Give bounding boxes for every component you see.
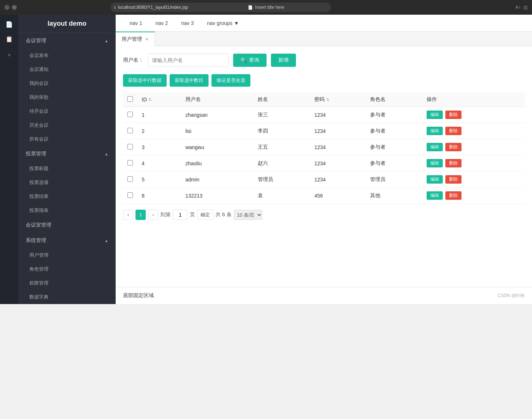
sidebar-section-meetings[interactable]: 会议管理 ▲ — [18, 33, 116, 48]
top-nav-dropdown[interactable]: nav groups ▼ — [200, 15, 246, 32]
row-checkbox-4[interactable] — [127, 176, 133, 182]
edit-button-5[interactable]: 编辑 — [427, 191, 443, 200]
sidebar-item-all-meetings[interactable]: 所有会议 — [18, 132, 116, 146]
sidebar-item-data-dictionary[interactable]: 数据字典 — [18, 290, 116, 304]
cell-actions-2: 编辑 删除 — [422, 139, 525, 155]
edit-button-0[interactable]: 编辑 — [427, 111, 443, 119]
cell-actions-1: 编辑 删除 — [422, 123, 525, 139]
table-row: 2 lisi 李四 1234 参与者 编辑 删除 — [123, 123, 525, 139]
table-row: 1 zhangsan 张三 1234 参与者 编辑 删除 — [123, 107, 525, 123]
top-nav-item-1[interactable]: nav 1 — [123, 15, 149, 32]
delete-button-4[interactable]: 删除 — [445, 175, 462, 184]
tab-user-management[interactable]: 用户管理 ✕ — [116, 32, 155, 46]
cell-id-3: 4 — [137, 155, 181, 171]
page-confirm-button[interactable]: 确定 — [197, 210, 213, 220]
sidebar-item-my-approvals[interactable]: 我的审批 — [18, 90, 116, 104]
get-selected-rows-button[interactable]: 获取选中行数据 — [123, 74, 167, 87]
system-arrow-icon: ▲ — [105, 239, 108, 243]
sidebar-section-votes[interactable]: 投票管理 ▲ — [18, 146, 116, 162]
search-input[interactable] — [148, 54, 229, 67]
sidebar-item-meeting-notice[interactable]: 会议通知 — [18, 62, 116, 76]
cell-actions-5: 编辑 删除 — [422, 188, 525, 204]
pwd-sort-icon[interactable]: ⇅ — [326, 97, 329, 102]
new-button[interactable]: 新增 — [271, 54, 296, 67]
sidebar-icon-pages[interactable]: 📄 — [3, 18, 15, 30]
cell-password-4: 1234 — [310, 171, 366, 188]
cell-id-5: 8 — [137, 188, 181, 204]
sidebar-icon-copy[interactable]: 📋 — [3, 33, 15, 45]
cell-role-2: 参与者 — [366, 139, 422, 155]
select-all-checkbox[interactable] — [127, 96, 133, 102]
sidebar-item-permission-management[interactable]: 权限管理 — [18, 276, 116, 290]
data-table: ID ⇅ 用户名 姓名 密码 ⇅ — [123, 93, 525, 204]
edit-button-4[interactable]: 编辑 — [427, 175, 443, 184]
sidebar-section-rooms[interactable]: 会议室管理 — [18, 217, 116, 233]
verify-all-select-button[interactable]: 验证是否全选 — [211, 74, 250, 87]
reload-button[interactable]: ↻ — [12, 5, 17, 10]
cell-actions-3: 编辑 删除 — [422, 155, 525, 171]
sidebar-item-vote-title[interactable]: 投票标题 — [18, 162, 116, 176]
cell-name-3: 赵六 — [253, 155, 310, 171]
sidebar-item-role-management[interactable]: 角色管理 — [18, 262, 116, 276]
split-icon[interactable]: ⊡ — [524, 5, 528, 10]
row-checkbox-3[interactable] — [127, 160, 133, 166]
delete-button-0[interactable]: 删除 — [445, 111, 462, 119]
per-page-select[interactable]: 10 条/页 20 条/页 50 条/页 — [234, 210, 263, 220]
top-nav-item-3[interactable]: nav 3 — [175, 15, 200, 32]
reader-icon[interactable]: A↑ — [515, 5, 521, 10]
get-selected-count-button[interactable]: 获取选中数目 — [170, 74, 209, 87]
sidebar-icons-strip: 📄 📋 + — [0, 15, 18, 304]
row-checkbox-5[interactable] — [127, 192, 133, 198]
cell-username-3: zhaoliu — [181, 155, 253, 171]
back-button[interactable]: ← — [4, 5, 10, 10]
edit-button-1[interactable]: 编辑 — [427, 127, 443, 135]
delete-button-2[interactable]: 删除 — [445, 143, 462, 151]
cell-actions-0: 编辑 删除 — [422, 107, 525, 123]
sidebar-item-meeting-publish[interactable]: 会议发布 — [18, 48, 116, 62]
sidebar-item-vote-results[interactable]: 投票结果 — [18, 189, 116, 203]
content-panel: 用户名： 🔍 查询 新增 获取选中行数据 获取选中数目 验证是否全选 — [116, 46, 532, 287]
content-area: 用户管理 ✕ 用户名： 🔍 查询 新增 获取选中行 — [116, 32, 532, 287]
sidebar-item-vote-options[interactable]: 投票选项 — [18, 176, 116, 189]
sidebar-item-pending-meetings[interactable]: 待开会议 — [18, 104, 116, 118]
cell-role-4: 管理员 — [366, 171, 422, 188]
row-checkbox-0[interactable] — [127, 112, 133, 117]
sidebar-item-vote-report[interactable]: 投票报表 — [18, 203, 116, 217]
query-button[interactable]: 🔍 查询 — [233, 54, 267, 67]
delete-button-3[interactable]: 删除 — [445, 159, 462, 167]
edit-button-2[interactable]: 编辑 — [427, 143, 443, 151]
row-checkbox-2[interactable] — [127, 144, 133, 149]
top-nav: nav 1 nav 2 nav 3 nav groups ▼ — [116, 15, 532, 32]
table-row: 4 zhaoliu 赵六 1234 参与者 编辑 删除 — [123, 155, 525, 171]
cell-password-0: 1234 — [310, 107, 366, 123]
col-username: 用户名 — [181, 93, 253, 107]
table-row: 3 wangwu 王五 1234 参与者 编辑 删除 — [123, 139, 525, 155]
footer-watermark: CSDN @叶秋 — [497, 293, 525, 299]
top-nav-item-2[interactable]: nav 2 — [149, 15, 174, 32]
delete-button-5[interactable]: 删除 — [445, 191, 462, 200]
page-1-button[interactable]: 1 — [135, 210, 146, 220]
tab-close-icon[interactable]: ✕ — [145, 37, 149, 42]
table-row: 8 132213 袁 456 其他 编辑 删除 — [123, 188, 525, 204]
next-page-button[interactable]: › — [148, 210, 158, 220]
sidebar-item-my-meetings[interactable]: 我的会议 — [18, 76, 116, 90]
sidebar-icon-add[interactable]: + — [3, 49, 15, 61]
footer-label: 底部固定区域 — [123, 292, 154, 299]
sidebar-section-system[interactable]: 系统管理 ▲ — [18, 233, 116, 248]
sidebar: layout demo 会议管理 ▲ 会议发布 会议通知 我的会议 我的审批 待… — [18, 15, 116, 304]
search-area: 用户名： 🔍 查询 新增 — [123, 54, 525, 67]
search-label: 用户名： — [123, 57, 144, 64]
sidebar-item-user-management[interactable]: 用户管理 — [18, 248, 116, 262]
edit-button-3[interactable]: 编辑 — [427, 159, 443, 167]
page-goto-input[interactable] — [173, 210, 188, 220]
search-icon: 🔍 — [240, 57, 247, 63]
prev-page-button[interactable]: ‹ — [123, 210, 133, 220]
col-name: 姓名 — [253, 93, 310, 107]
id-sort-icon[interactable]: ⇅ — [148, 97, 152, 102]
cell-name-2: 王五 — [253, 139, 310, 155]
sidebar-item-history-meetings[interactable]: 历史会议 — [18, 118, 116, 132]
row-checkbox-1[interactable] — [127, 128, 133, 133]
delete-button-1[interactable]: 删除 — [445, 127, 462, 135]
main-area: nav 1 nav 2 nav 3 nav groups ▼ 用户管理 ✕ 用户 — [116, 15, 532, 304]
cell-name-5: 袁 — [253, 188, 310, 204]
